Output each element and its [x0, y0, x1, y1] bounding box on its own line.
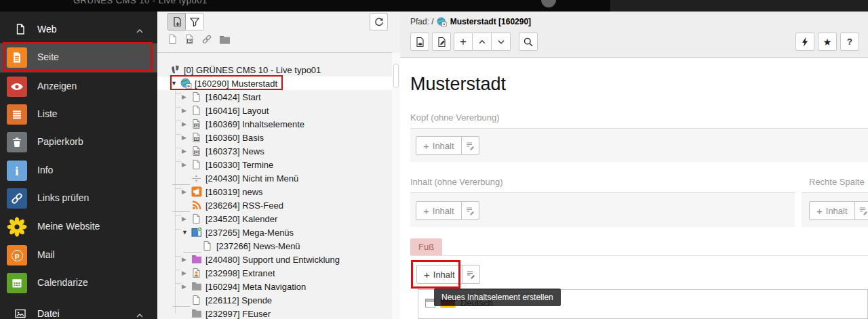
clear-cache-icon[interactable] — [795, 33, 814, 51]
sidebar-item-anzeigen[interactable]: Anzeigen — [0, 72, 157, 101]
edit-page-icon[interactable] — [432, 33, 451, 51]
tree-scrollbar-thumb[interactable] — [393, 64, 399, 88]
tree-node[interactable]: [160369] Inhaltselemente — [157, 117, 392, 131]
expand-icon[interactable] — [182, 161, 191, 168]
sidebar-item-liste[interactable]: Liste — [0, 100, 157, 129]
web-section-icon — [14, 23, 26, 35]
add-content-button-kopf[interactable]: +Inhalt — [416, 136, 462, 155]
expand-icon[interactable] — [182, 121, 191, 127]
sidebar-item-label: Mail — [37, 249, 55, 260]
new-page-button[interactable] — [167, 13, 186, 30]
expand-icon[interactable] — [182, 283, 191, 290]
breadcrumb-page[interactable]: Musterstadt [160290] — [450, 17, 531, 26]
sidebar-item-links-pruefen[interactable]: Links prüfen — [0, 184, 157, 213]
paste-content-icon[interactable] — [462, 201, 479, 220]
expand-icon[interactable] — [182, 134, 191, 141]
view-page-icon[interactable] — [410, 33, 429, 51]
tree-node[interactable]: [236264] RSS-Feed — [157, 198, 392, 212]
tree-node[interactable]: [237265] Mega-Menüs — [157, 226, 392, 239]
page-tree: [0] GRÜNES CMS 10 - Live typo01 [160290]… — [157, 63, 392, 319]
expand-icon[interactable] — [182, 215, 191, 222]
site-title: GRÜNES CMS 10 - Live typo01 — [73, 0, 208, 5]
sidebar-section-web[interactable]: Web — [0, 20, 157, 41]
sidebar-item-info[interactable]: Info — [0, 156, 157, 185]
info-icon — [7, 161, 27, 181]
collapse-icon[interactable] — [171, 80, 180, 87]
expand-icon[interactable] — [182, 107, 191, 114]
expand-icon[interactable] — [182, 93, 191, 100]
tree-node[interactable]: [160416] Layout — [157, 104, 392, 117]
sidebar-section-label: Web — [37, 24, 57, 35]
sidebar-item-seite[interactable]: Seite — [0, 43, 157, 72]
sidebar-section-label: Datei — [37, 308, 60, 319]
tree-node[interactable]: [232998] Extranet — [157, 266, 392, 280]
datei-section-icon — [14, 307, 26, 319]
column-badge-fuss: Fuß — [410, 238, 442, 256]
sidebar-item-papierkorb[interactable]: Papierkorb — [0, 128, 157, 156]
page-module-icon — [7, 47, 27, 68]
refresh-icon[interactable] — [370, 13, 388, 30]
drag-new-folder-icon[interactable] — [219, 35, 231, 47]
expand-icon[interactable] — [182, 270, 191, 276]
drag-new-page-icon[interactable] — [167, 34, 178, 47]
column-rechte-spalte: +Inhalt — [802, 192, 868, 227]
tree-node[interactable]: [240480] Support und Entwicklung — [157, 253, 392, 266]
sidebar-item-mail[interactable]: Mail — [0, 241, 157, 270]
sidebar-item-label: Meine Website — [37, 221, 100, 232]
typo3-logo-icon — [170, 64, 182, 75]
tree-node[interactable]: [226112] Spende — [157, 293, 392, 307]
page-icon — [191, 295, 203, 305]
paste-content-icon[interactable] — [855, 201, 868, 220]
tree-node-musterstadt[interactable]: [160290] Musterstadt — [157, 77, 392, 90]
help-icon[interactable] — [840, 33, 859, 51]
tree-node[interactable]: [237266] News-Menü — [157, 239, 392, 253]
page-icon — [191, 105, 203, 116]
column-kopf: +Inhalt — [410, 128, 868, 162]
search-icon[interactable] — [519, 33, 538, 51]
tree-node[interactable]: [160294] Meta Navigation — [157, 280, 392, 293]
sidebar-section-datei[interactable]: Datei — [0, 305, 157, 319]
expand-icon[interactable] — [182, 188, 191, 195]
drag-new-link-icon[interactable] — [201, 34, 212, 47]
expand-icon[interactable] — [182, 148, 191, 154]
tree-node[interactable]: [160360] Basis — [157, 131, 392, 144]
add-content-button-rechte[interactable]: +Inhalt — [809, 201, 855, 220]
page-shortcut-icon — [191, 132, 203, 143]
tree-scrollbar[interactable] — [392, 53, 400, 319]
tree-node[interactable]: [160330] Termine — [157, 158, 392, 171]
collapse-icon[interactable] — [182, 229, 191, 236]
chevron-up-icon[interactable] — [136, 26, 144, 34]
paste-content-icon[interactable] — [462, 136, 479, 155]
tree-node-root[interactable]: [0] GRÜNES CMS 10 - Live typo01 — [157, 63, 392, 77]
sidebar-item-label: Papierkorb — [37, 136, 83, 147]
tree-node[interactable]: [240430] Nicht im Menü — [157, 171, 392, 185]
user-avatar[interactable] — [541, 0, 556, 7]
move-up-icon[interactable] — [473, 33, 492, 51]
tree-node[interactable]: [160373] News — [157, 144, 392, 158]
bookmark-icon[interactable] — [818, 33, 837, 51]
drag-new-shortcut-icon[interactable] — [184, 34, 195, 47]
add-content-button-fuss[interactable]: +Inhalt — [416, 265, 462, 284]
tree-node[interactable]: [234520] Kalender — [157, 212, 392, 226]
sidebar-item-meine-website[interactable]: Meine Website — [0, 213, 157, 241]
sidebar-item-calendarize[interactable]: Calendarize — [0, 269, 157, 297]
tooltip: Neues Inhaltselement erstellen — [434, 289, 561, 306]
tree-node[interactable]: [160319] news — [157, 185, 392, 198]
new-record-icon[interactable] — [454, 33, 473, 51]
folder-gray-icon — [191, 281, 203, 292]
site-globe-icon — [437, 17, 448, 27]
site-globe-icon — [180, 78, 193, 89]
tree-node[interactable]: [160424] Start — [157, 90, 392, 104]
paste-content-icon[interactable] — [462, 265, 480, 284]
add-content-button-inhalt[interactable]: +Inhalt — [416, 201, 462, 220]
page-module-content: Pfad: / Musterstadt [160290] — [400, 12, 868, 319]
chevron-icon[interactable] — [136, 310, 144, 318]
tree-node[interactable]: [232997] FEuser — [157, 307, 392, 319]
top-bar-right-segment — [610, 0, 868, 12]
column-label-inhalt: Inhalt (ohne Vererbung) — [410, 177, 503, 187]
filter-icon[interactable] — [186, 13, 204, 30]
divider — [157, 52, 392, 53]
expand-icon[interactable] — [182, 256, 191, 263]
move-down-icon[interactable] — [492, 33, 511, 51]
page-icon — [202, 240, 214, 251]
